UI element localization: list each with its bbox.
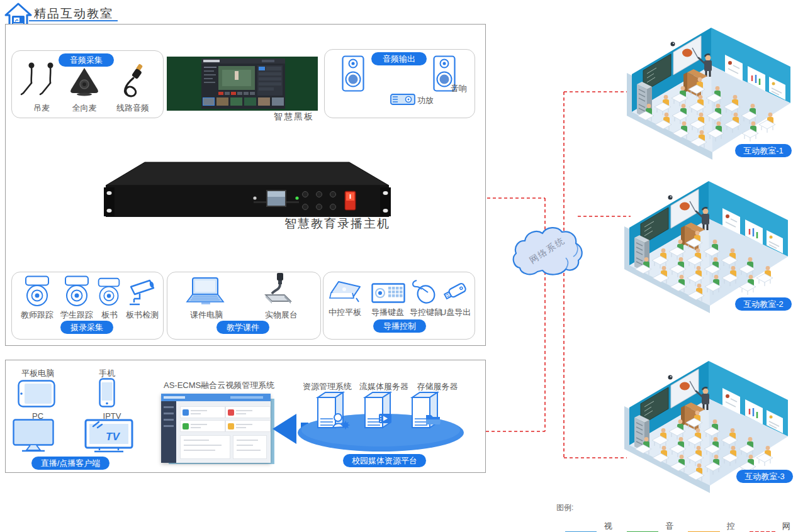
amp-label: 功放 — [417, 95, 434, 106]
board-camera-icon — [96, 277, 121, 308]
storage-server-icon — [412, 392, 441, 428]
ecms-title: AS-ECMS融合云视频管理系统 — [164, 380, 289, 391]
item-label: 中控平板 — [327, 307, 363, 318]
legend-control-label: 控制 — [727, 521, 743, 532]
hanging-mic-icon — [20, 62, 64, 101]
audio-output-pill: 音频输出 — [371, 52, 427, 65]
legend-video-label: 视频 — [604, 521, 619, 532]
laptop-icon — [186, 277, 227, 307]
legend: 视频 音频 控制 网络 — [565, 521, 798, 532]
legend-network-label: 网络 — [782, 521, 798, 532]
recorder-device — [101, 160, 394, 221]
clients-pill: 直播/点播客户端 — [31, 457, 110, 470]
iptv-icon: TV — [84, 418, 133, 453]
control-tablet-icon — [329, 280, 365, 304]
classroom-2-label: 互动教室-2 — [735, 297, 792, 311]
board-detect-camera-icon — [127, 279, 157, 307]
classroom-1-label: 互动教室-1 — [735, 144, 792, 157]
pc-monitor-icon — [13, 419, 54, 453]
item-label: 线路音频 — [112, 103, 154, 114]
tv-text: TV — [106, 431, 120, 443]
teacher-tracking-camera-icon — [23, 275, 51, 308]
network-cloud: 网络系统 — [512, 214, 585, 280]
item-label: 吊麦 — [23, 103, 60, 114]
audio-capture-pill: 音频采集 — [59, 53, 114, 67]
tablet-icon — [18, 380, 55, 407]
document-camera-icon — [263, 272, 293, 308]
director-keyboard-icon — [371, 283, 405, 303]
camera-capture-pill: 摄录采集 — [60, 321, 113, 334]
item-label: 教师跟踪 — [18, 309, 56, 321]
legend-title: 图例: — [556, 502, 573, 513]
title-underline — [29, 20, 118, 21]
speaker-left-icon — [342, 55, 364, 92]
amplifier-icon — [390, 94, 415, 105]
speaker-label: 音响 — [451, 83, 467, 94]
item-label: 实物展台 — [262, 309, 300, 321]
mouse-icon — [410, 279, 438, 304]
item-label: 平板电脑 — [19, 368, 57, 379]
classroom-2 — [622, 172, 793, 318]
resource-server-icon — [318, 392, 350, 429]
streaming-server-icon — [365, 392, 391, 428]
phone-icon — [99, 378, 115, 407]
blackboard-label: 智慧黑板 — [274, 111, 314, 123]
student-tracking-camera-icon — [63, 275, 91, 308]
item-label: 导播键盘 — [369, 307, 406, 318]
ecms-window — [161, 394, 271, 463]
recorder-label: 智慧教育录播主机 — [284, 216, 390, 232]
courseware-pill: 教学课件 — [216, 321, 269, 334]
legend-audio-label: 音频 — [665, 521, 681, 532]
line-audio-icon — [117, 62, 151, 99]
smart-classroom-diagram: 精品互动教室 音频采集 吊麦 全向麦 线路音频 — [0, 0, 798, 532]
campus-platform-pill: 校园媒体资源平台 — [343, 454, 426, 467]
item-label: 学生跟踪 — [58, 309, 96, 321]
item-label: 板书检测 — [125, 309, 160, 321]
item-label: 课件电脑 — [188, 309, 225, 321]
classroom-3-label: 互动教室-3 — [736, 470, 793, 483]
item-label: 板书 — [99, 309, 120, 321]
classroom-1 — [624, 19, 795, 165]
item-label: 全向麦 — [64, 103, 104, 114]
director-control-pill: 导播控制 — [373, 319, 426, 333]
blackboard-app-window — [201, 58, 285, 109]
usb-drive-icon — [441, 279, 471, 303]
item-label: U盘导出 — [439, 307, 473, 318]
omni-mic-icon — [67, 65, 102, 98]
